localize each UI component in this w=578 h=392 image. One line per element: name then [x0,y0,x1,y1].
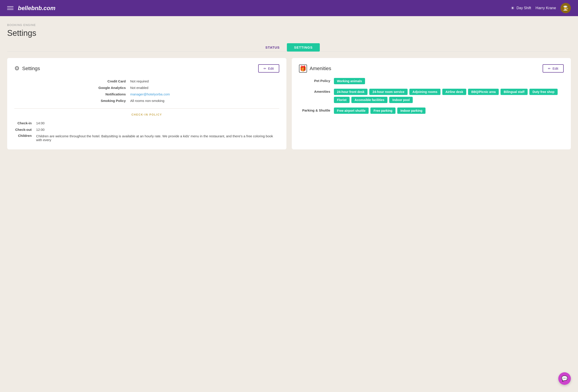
header: bellebnb.com ☀ Day Shift Harry Krane 👨‍🍳 [0,0,578,16]
header-left: bellebnb.com [7,5,55,12]
amenities-title-row: 🎁 Amenities [299,64,332,73]
table-row: Smoking Policy All rooms non-smoking [14,98,279,104]
tab-status[interactable]: STATUS [258,43,287,51]
pet-policy-tags: Working animals [334,78,365,84]
chat-fab-button[interactable]: 💬 [558,372,571,385]
checkout-value: 12:00 [35,126,279,133]
tag-bbq-picnic: BBQ/Picnic area [468,89,499,95]
amenities-card-title: Amenities [310,66,332,71]
sun-icon: ☀ [511,5,515,11]
settings-edit-button[interactable]: ✏ Edit [258,64,279,73]
children-label: Children [14,133,35,143]
settings-fields-table: Credit Card Not required Google Analytic… [14,78,279,104]
settings-title-row: ⚙ Settings [14,65,40,72]
logo: bellebnb.com [18,5,55,12]
tag-adjoining-rooms: Adjoining rooms [409,89,440,95]
parking-shuttle-tags: Free airport shuttle Free parking Indoor… [334,107,426,114]
amenities-card: 🎁 Amenities ✏ Edit Pet Policy Working an… [292,58,571,149]
table-row: Check-out 12:00 [14,126,279,133]
avatar: 👨‍🍳 [561,3,571,13]
gift-icon: 🎁 [299,64,307,73]
amenities-edit-label: Edit [552,66,558,70]
tabs-container: STATUS SETTINGS [7,43,571,52]
checkin-fields-table: Check-in 14:00 Check-out 12:00 Children … [14,120,279,143]
credit-card-value: Not required [129,78,279,85]
tag-indoor-pool: Indoor pool [389,97,413,103]
tag-free-parking: Free parking [370,107,395,114]
header-right: ☀ Day Shift Harry Krane 👨‍🍳 [511,3,571,13]
smoking-policy-value: All rooms non-smoking [129,98,279,104]
amenities-edit-button[interactable]: ✏ Edit [543,64,564,73]
gear-icon: ⚙ [14,65,19,72]
day-shift-label: Day Shift [516,6,531,10]
table-row: Children Children are welcome throughout… [14,133,279,143]
tag-indoor-parking: Indoor parking [397,107,426,114]
table-row: Check-in 14:00 [14,120,279,126]
tag-24hr-front-desk: 24-hour front desk [334,89,368,95]
table-row: Notifications manager@hotelyorba.com [14,91,279,98]
pet-policy-label: Pet Policy [299,78,330,83]
notifications-value: manager@hotelyorba.com [129,91,279,98]
table-row: Google Analytics Not enabled [14,85,279,91]
settings-card-header: ⚙ Settings ✏ Edit [14,64,279,73]
checkin-section-label: CHECK-IN POLICY [14,113,279,116]
parking-shuttle-row: Parking & Shuttle Free airport shuttle F… [299,107,564,114]
google-analytics-value: Not enabled [129,85,279,91]
checkin-value: 14:00 [35,120,279,126]
day-shift-toggle[interactable]: ☀ Day Shift [511,5,531,11]
tag-accessible-facilities: Accessible facilities [351,97,387,103]
chat-icon: 💬 [561,375,568,382]
tab-settings[interactable]: SETTINGS [287,43,320,51]
children-value: Children are welcome throughout the hote… [35,133,279,143]
checkin-label: Check-in [14,120,35,126]
amenities-tags: 24-hour front desk 24-hour room service … [334,89,564,103]
smoking-policy-label: Smoking Policy [14,98,129,104]
page-title: Settings [7,28,571,38]
tag-24hr-room-service: 24-hour room service [369,89,407,95]
settings-card-title: Settings [22,66,40,71]
google-analytics-label: Google Analytics [14,85,129,91]
credit-card-label: Credit Card [14,78,129,85]
settings-card: ⚙ Settings ✏ Edit Credit Card Not requir… [7,58,287,149]
page-content: Booking Engine Settings STATUS SETTINGS … [0,16,578,156]
amenities-card-header: 🎁 Amenities ✏ Edit [299,64,564,73]
notifications-label: Notifications [14,91,129,98]
tag-duty-free-shop: Duty free shop [530,89,558,95]
checkout-label: Check-out [14,126,35,133]
amenities-label: Amenities [299,89,330,94]
section-divider [14,108,279,109]
pencil-icon: ✏ [264,67,266,70]
tag-florist: Florist [334,97,350,103]
table-row: Credit Card Not required [14,78,279,85]
parking-shuttle-label: Parking & Shuttle [299,107,330,112]
cards-row: ⚙ Settings ✏ Edit Credit Card Not requir… [7,58,571,149]
user-name: Harry Krane [535,6,556,10]
tag-free-airport-shuttle: Free airport shuttle [334,107,369,114]
pencil-icon: ✏ [548,67,551,70]
tag-bilingual-staff: Bilingual staff [500,89,528,95]
tag-airline-desk: Airline desk [442,89,466,95]
settings-edit-label: Edit [268,66,274,70]
breadcrumb: Booking Engine [7,23,571,27]
tag-working-animals: Working animals [334,78,365,84]
hamburger-menu[interactable] [7,6,13,10]
amenities-row: Amenities 24-hour front desk 24-hour roo… [299,89,564,103]
pet-policy-row: Pet Policy Working animals [299,78,564,84]
